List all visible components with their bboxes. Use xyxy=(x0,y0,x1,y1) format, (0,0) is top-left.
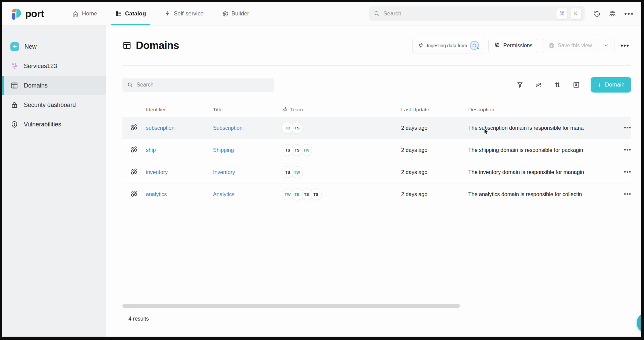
save-view-button[interactable]: Save this view xyxy=(542,38,598,53)
ellipsis-icon: ••• xyxy=(624,169,631,175)
port-logo[interactable]: port xyxy=(10,7,44,20)
search-icon xyxy=(127,82,133,88)
global-search-input[interactable] xyxy=(383,10,553,17)
page-header: Domains Ingesting data from xyxy=(122,25,631,66)
cluster-icon xyxy=(10,62,18,70)
table-search-input[interactable] xyxy=(137,82,269,88)
table-row[interactable]: inventory Inventory TS TW 2 days ago The… xyxy=(122,161,631,183)
column-header-team-label: Team xyxy=(290,107,303,113)
plug-icon xyxy=(418,42,424,49)
add-domain-button[interactable]: + Domain xyxy=(591,77,631,93)
blueprint-users-icon xyxy=(122,124,146,132)
horizontal-scrollbar[interactable] xyxy=(122,304,460,308)
column-header-identifier[interactable]: Identifier xyxy=(146,107,213,113)
row-title-link[interactable]: Analytics xyxy=(213,191,234,197)
history-icon xyxy=(593,10,601,17)
column-header-title[interactable]: Title xyxy=(213,107,282,113)
nav-tab-label: Builder xyxy=(231,10,249,17)
row-menu-button[interactable]: ••• xyxy=(624,147,631,154)
nav-tab-home[interactable]: Home xyxy=(68,2,101,25)
teams-button[interactable] xyxy=(609,10,616,17)
blueprint-users-icon xyxy=(122,190,146,199)
shield-alert-icon xyxy=(10,120,18,128)
team-badge[interactable]: TW xyxy=(282,188,293,200)
page-title: Domains xyxy=(136,40,179,52)
users-icon xyxy=(494,42,500,49)
home-icon xyxy=(72,10,79,17)
history-button[interactable] xyxy=(593,10,601,17)
team-badge[interactable]: TS xyxy=(282,166,293,178)
port-logo-icon xyxy=(10,7,22,20)
row-identifier-link[interactable]: ship xyxy=(146,147,156,153)
blueprint-users-icon xyxy=(122,146,146,154)
nav-tab-label: Home xyxy=(82,10,97,17)
header-actions: Ingesting data from Permissions xyxy=(412,38,631,53)
row-last-update: 2 days ago xyxy=(401,169,468,175)
group-by-button[interactable] xyxy=(569,78,583,92)
sidebar-item-new[interactable]: + New xyxy=(2,37,106,56)
more-options-button[interactable]: ••• xyxy=(624,9,634,18)
row-identifier-link[interactable]: inventory xyxy=(146,169,168,175)
column-header-last-update[interactable]: Last Update xyxy=(401,107,468,113)
column-header-description[interactable]: Description xyxy=(468,107,616,113)
permissions-button[interactable]: Permissions xyxy=(488,38,538,53)
row-identifier-link[interactable]: analytics xyxy=(146,191,167,197)
filter-button[interactable] xyxy=(513,78,527,92)
save-icon xyxy=(548,42,555,49)
screen-frame: port Home Catalog Self-service xyxy=(0,0,644,340)
row-title-link[interactable]: Shipping xyxy=(213,147,234,153)
permissions-label: Permissions xyxy=(503,43,532,49)
catalog-sidebar: + New Services123 Domains xyxy=(2,25,106,337)
table-row[interactable]: analytics Analytics TW TB TS TS 2 days a… xyxy=(122,183,631,205)
table-row[interactable]: subscription Subscription TB TS 2 days a… xyxy=(122,117,631,139)
sort-button[interactable] xyxy=(550,78,565,92)
team-badges: TS TW xyxy=(282,166,401,178)
sidebar-item-domains[interactable]: Domains xyxy=(2,76,106,95)
row-menu-button[interactable]: ••• xyxy=(624,169,631,176)
avatar-glyph xyxy=(473,44,476,47)
table-tools: + Domain xyxy=(513,77,631,93)
add-domain-label: Domain xyxy=(605,81,625,88)
page-more-options-button[interactable]: ••• xyxy=(619,40,631,51)
row-identifier-link[interactable]: subscription xyxy=(146,125,174,131)
table-search[interactable] xyxy=(122,78,274,92)
team-badges: TW TB TS TS xyxy=(282,188,401,200)
hide-columns-button[interactable] xyxy=(532,78,546,92)
catalog-icon xyxy=(115,10,122,17)
row-description: The shipping domain is responsible for p… xyxy=(468,147,616,153)
row-menu-button[interactable]: ••• xyxy=(624,124,631,131)
sidebar-item-security-dashboard[interactable]: Security dashboard xyxy=(2,95,106,115)
table-toolbar: + Domain xyxy=(122,77,631,93)
nav-tab-label: Self-service xyxy=(174,10,204,17)
sidebar-item-vulnerabilities[interactable]: Vulnerabilities xyxy=(2,115,106,134)
nav-tab-self-service[interactable]: Self-service xyxy=(160,2,208,25)
sidebar-item-services123[interactable]: Services123 xyxy=(2,56,106,76)
column-header-team[interactable]: Team xyxy=(282,107,401,113)
active-tab-indicator xyxy=(111,24,150,25)
team-badges: TB TS xyxy=(282,122,401,134)
users-group-icon xyxy=(609,10,616,17)
row-title-link[interactable]: Subscription xyxy=(213,125,243,131)
users-icon xyxy=(282,107,287,113)
row-menu-button[interactable]: ••• xyxy=(624,191,631,198)
nav-tab-catalog[interactable]: Catalog xyxy=(111,2,150,25)
results-count: 4 results xyxy=(128,316,631,322)
save-view-split-button: Save this view xyxy=(542,38,614,53)
sidebar-item-label: Services123 xyxy=(24,63,57,70)
sidebar-item-label: Domains xyxy=(24,82,48,89)
table-row[interactable]: ship Shipping TS TS TW 2 days ago The sh… xyxy=(122,139,631,161)
team-badge[interactable]: TS xyxy=(282,144,293,156)
team-badge[interactable]: TB xyxy=(282,122,293,134)
row-title-link[interactable]: Inventory xyxy=(213,169,235,175)
sidebar-item-label: Vulnerabilities xyxy=(24,121,61,128)
sidebar-item-label: Security dashboard xyxy=(24,102,76,109)
plus-square-icon: + xyxy=(10,42,19,51)
row-description: The subscription domain is responsible f… xyxy=(468,125,616,131)
nav-tab-builder[interactable]: Builder xyxy=(218,2,253,25)
ingesting-data-button[interactable]: Ingesting data from xyxy=(412,38,485,53)
save-view-dropdown-button[interactable] xyxy=(598,38,614,53)
ellipsis-icon: ••• xyxy=(624,9,634,18)
global-search[interactable]: ⌘ K xyxy=(369,6,585,21)
save-view-label: Save this view xyxy=(558,43,592,49)
row-last-update: 2 days ago xyxy=(401,147,468,153)
